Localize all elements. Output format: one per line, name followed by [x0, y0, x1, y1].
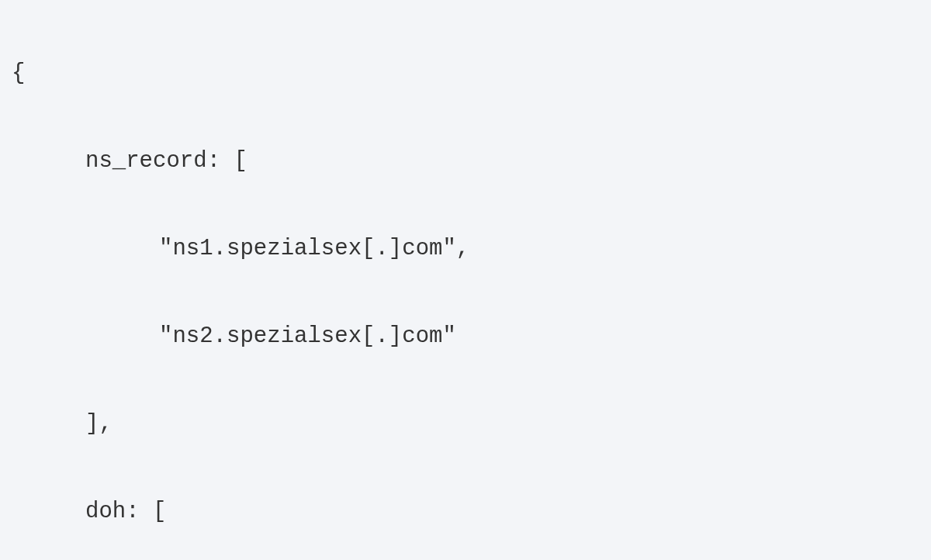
code-line-ns-record-key: ns_record: [	[12, 140, 919, 184]
code-line-ns-record-close: ],	[12, 403, 919, 447]
code-line-ns-record-item: "ns2.spezialsex[.]com"	[12, 315, 919, 359]
code-line-ns-record-item: "ns1.spezialsex[.]com",	[12, 227, 919, 271]
code-line-doh-key: doh: [	[12, 490, 919, 534]
code-block: { ns_record: [ "ns1.spezialsex[.]com", "…	[12, 8, 919, 560]
code-line-open-brace: {	[12, 52, 919, 96]
